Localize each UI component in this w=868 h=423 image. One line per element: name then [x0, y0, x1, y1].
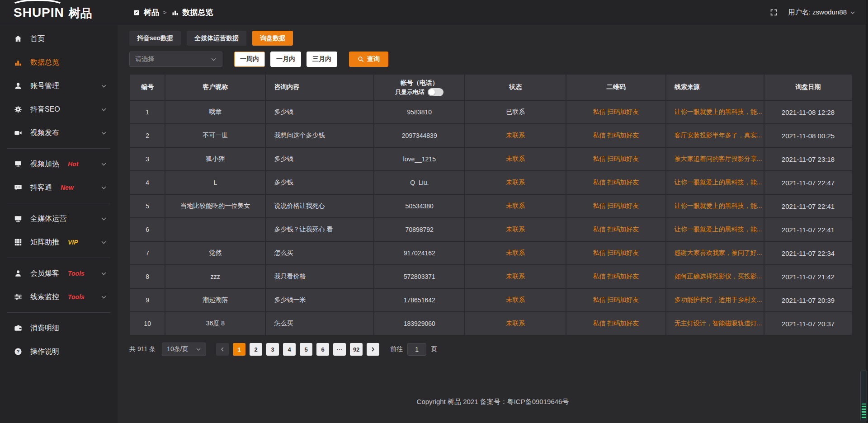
cell-qrcode-links[interactable]: 私信 扫码加好友: [566, 124, 666, 147]
cell-date: 2021-11-08 00:25: [764, 124, 852, 147]
period-button-month[interactable]: 一月内: [270, 52, 301, 67]
overlay-widget-bars: [862, 404, 866, 418]
cell-source-link[interactable]: 让你一眼就爱上的黑科技，能...: [666, 194, 764, 218]
scrollbar[interactable]: [866, 0, 868, 423]
sidebar-item-label: 抖音SEO: [30, 105, 60, 114]
sidebar-item-spending-detail[interactable]: 消费明细: [0, 316, 118, 340]
page-button-1[interactable]: 1: [233, 343, 245, 356]
sidebar-item-help[interactable]: ? 操作说明: [0, 340, 118, 363]
tab-douyin-seo-data[interactable]: 抖音seo数据: [129, 31, 181, 46]
sidebar-item-matrix-boost[interactable]: 矩阵助推 VIP: [0, 230, 118, 254]
cell-source-link[interactable]: 如何正确选择投影仪，买投影...: [666, 265, 764, 288]
chevron-down-icon: [101, 294, 107, 300]
cell-source-link[interactable]: 无主灯设计，智能磁吸轨道灯...: [666, 312, 764, 335]
page-button-6[interactable]: 6: [316, 343, 329, 356]
topbar: SHUPIN 树品 树品 > 数据总览 用户名: zsw: [0, 0, 868, 25]
tab-inquiry-data[interactable]: 询盘数据: [252, 31, 293, 46]
cell-content: 怎么买: [265, 312, 374, 335]
cell-nickname: 哦章: [165, 100, 265, 124]
cell-content: 多少钱: [265, 100, 374, 124]
cell-source-link[interactable]: 让你一眼就爱上的黑科技，能...: [666, 171, 764, 194]
goto-page-input[interactable]: [407, 343, 426, 356]
cell-qrcode-links[interactable]: 私信 扫码加好友: [566, 288, 666, 312]
sidebar-item-member-burst[interactable]: 会员爆客 Tools: [0, 262, 118, 285]
cell-qrcode-links[interactable]: 私信 扫码加好友: [566, 147, 666, 171]
cell-status: 未联系: [465, 124, 566, 147]
page-button-5[interactable]: 5: [300, 343, 312, 356]
cell-content: 多少钱一米: [265, 288, 374, 312]
user-menu[interactable]: 用户名: zswodun88: [788, 8, 855, 17]
cell-date: 2021-11-07 22:34: [764, 241, 852, 265]
cell-qrcode-links[interactable]: 私信 扫码加好友: [566, 265, 666, 288]
app-root: SHUPIN 树品 树品 > 数据总览 用户名: zsw: [0, 0, 868, 423]
page-button-92[interactable]: 92: [350, 343, 363, 356]
breadcrumb-label: 树品: [144, 7, 159, 18]
cell-nickname: 36度 8: [165, 312, 265, 335]
footer: Copyright 树品 2021 备案号：粤ICP备09019646号: [118, 384, 868, 423]
phone-only-label: 只显示电话: [395, 88, 425, 97]
sidebar-item-video-heating[interactable]: 视频加热 Hot: [0, 152, 118, 176]
cell-qrcode-links[interactable]: 私信 扫码加好友: [566, 218, 666, 241]
cell-source-link[interactable]: 让你一眼就爱上的黑科技，能...: [666, 100, 764, 124]
cell-account: 183929060: [374, 312, 465, 335]
col-header-no: 编号: [130, 74, 165, 100]
filter-select[interactable]: 请选择: [129, 52, 222, 67]
sidebar-item-lead-monitor[interactable]: 线索监控 Tools: [0, 285, 118, 309]
cell-source-link[interactable]: 感谢大家喜欢我家，被问了好...: [666, 241, 764, 265]
query-button[interactable]: 查询: [349, 52, 388, 67]
main: 抖音seo数据 全媒体运营数据 询盘数据 请选择 一周内 一月内 三月内 查询: [118, 25, 868, 423]
chevron-down-icon: [101, 271, 107, 277]
brand-logo[interactable]: SHUPIN 树品: [0, 6, 118, 19]
breadcrumb-item-current[interactable]: 数据总览: [171, 7, 213, 18]
sidebar-item-omnimedia[interactable]: 全媒体运营: [0, 207, 118, 230]
sidebar-item-video-publish[interactable]: 视频发布: [0, 121, 118, 145]
period-button-week[interactable]: 一周内: [234, 52, 265, 67]
cell-source-link[interactable]: 被大家追着问的客厅投影分享...: [666, 147, 764, 171]
sidebar-item-label: 视频加热: [30, 160, 59, 169]
sidebar: 首页 数据总览 账号管理 抖音SEO 视频发布: [0, 25, 118, 423]
cell-date: 2021-11-07 20:37: [764, 312, 852, 335]
page-ellipsis-button[interactable]: ···: [333, 343, 346, 356]
cell-qrcode-links[interactable]: 私信 扫码加好友: [566, 241, 666, 265]
cell-qrcode-links[interactable]: 私信 扫码加好友: [566, 100, 666, 124]
cell-source-link[interactable]: 让你一眼就爱上的黑科技，能...: [666, 218, 764, 241]
cell-qrcode-links[interactable]: 私信 扫码加好友: [566, 312, 666, 335]
goto-suffix-label: 页: [431, 345, 437, 353]
cell-content: 怎么买: [265, 241, 374, 265]
cell-qrcode-links[interactable]: 私信 扫码加好友: [566, 194, 666, 218]
cell-source-link[interactable]: 客厅安装投影半年多了，真实...: [666, 124, 764, 147]
sidebar-item-douketong[interactable]: 抖客通 New: [0, 176, 118, 199]
chevron-down-icon: [101, 107, 107, 113]
page-button-3[interactable]: 3: [266, 343, 279, 356]
table-row: 3 狐小狸 多少钱 love__1215 未联系 私信 扫码加好友 被大家追着问…: [130, 147, 852, 171]
table-row: 10 36度 8 怎么买 183929060 未联系 私信 扫码加好友 无主灯设…: [130, 312, 852, 335]
tab-omnimedia-data[interactable]: 全媒体运营数据: [187, 31, 246, 46]
period-button-quarter[interactable]: 三月内: [307, 52, 337, 67]
page-button-2[interactable]: 2: [250, 343, 262, 356]
data-tabs: 抖音seo数据 全媒体运营数据 询盘数据: [129, 31, 853, 46]
breadcrumb-item-home[interactable]: 树品: [132, 7, 159, 18]
wallet-icon: [14, 324, 23, 333]
cell-source-link[interactable]: 多功能护栏灯，适用于乡村文...: [666, 288, 764, 312]
cell-nickname: 狐小狸: [165, 147, 265, 171]
sidebar-item-douyin-seo[interactable]: 抖音SEO: [0, 98, 118, 121]
svg-text:?: ?: [17, 349, 20, 354]
sidebar-item-data-overview[interactable]: 数据总览: [0, 51, 118, 74]
chevron-down-icon: [101, 240, 107, 245]
table-header-row: 编号 客户昵称 咨询内容 帐号（电话） 只显示电话 状态: [130, 74, 852, 100]
col-header-date: 询盘日期: [764, 74, 852, 100]
cell-date: 2021-11-07 21:42: [764, 265, 852, 288]
sidebar-item-account-management[interactable]: 账号管理: [0, 74, 118, 98]
screen-icon: [14, 214, 23, 223]
page-size-select[interactable]: 10条/页: [162, 343, 206, 356]
fullscreen-icon[interactable]: [770, 9, 778, 16]
sidebar-item-home[interactable]: 首页: [0, 27, 118, 51]
page-button-4[interactable]: 4: [283, 343, 296, 356]
prev-page-button[interactable]: [216, 343, 229, 356]
phone-only-toggle[interactable]: [428, 88, 443, 96]
topbar-right: 用户名: zswodun88: [770, 8, 868, 17]
chevron-down-icon: [211, 56, 217, 62]
sidebar-item-label: 消费明细: [30, 324, 59, 333]
cell-qrcode-links[interactable]: 私信 扫码加好友: [566, 171, 666, 194]
next-page-button[interactable]: [367, 343, 379, 356]
